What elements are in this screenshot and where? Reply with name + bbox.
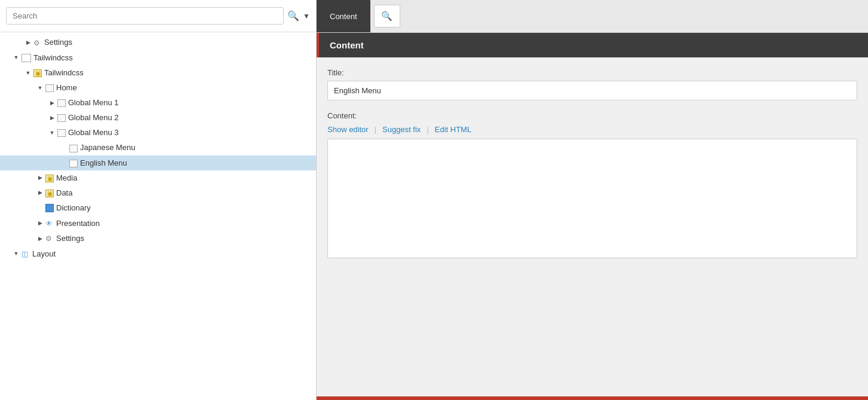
toggle-icon: ▶	[36, 220, 44, 226]
node-label-settings-top: Settings	[44, 38, 72, 47]
node-icon-home	[45, 83, 56, 92]
left-panel: 🔍 ▼ ▶⚙Settings▼Tailwindcss▼▣Tailwindcss▼…	[0, 0, 317, 400]
toggle-icon: ▶	[36, 175, 44, 181]
toggle-icon: ▼	[12, 54, 20, 60]
node-label-settings-child: Settings	[56, 234, 84, 243]
node-label-english-menu: English Menu	[80, 158, 127, 167]
tree-item-layout[interactable]: ▼◫Layout	[0, 246, 316, 261]
tree-item-settings-top[interactable]: ▶⚙Settings	[0, 35, 316, 50]
toggle-icon: ▶	[36, 236, 44, 242]
right-panel: Content 🔍 Content Title: Content: Show e…	[317, 0, 868, 400]
node-icon-tailwindcss-child: ▣	[33, 68, 44, 77]
tree-container: ▶⚙Settings▼Tailwindcss▼▣Tailwindcss▼Home…	[0, 32, 316, 400]
tree-item-tailwindcss-root[interactable]: ▼Tailwindcss	[0, 50, 316, 66]
content-section-label: Content:	[327, 111, 857, 120]
chevron-down-icon: ▼	[303, 12, 310, 20]
node-label-global-menu-1: Global Menu 1	[68, 98, 119, 107]
node-label-tailwindcss-root: Tailwindcss	[33, 53, 73, 62]
search-icon: 🔍	[287, 11, 299, 21]
tree-item-settings-child[interactable]: ▶⚙Settings	[0, 231, 316, 246]
node-label-dictionary: Dictionary	[56, 203, 91, 212]
toggle-icon: ▼	[24, 70, 32, 76]
content-body: Title: Content: Show editor | Suggest fi…	[317, 57, 868, 269]
title-label: Title:	[327, 68, 857, 77]
node-label-layout: Layout	[32, 249, 56, 258]
node-label-media: Media	[56, 173, 77, 182]
node-icon-global-menu-3	[57, 128, 68, 137]
node-icon-layout: ◫	[22, 249, 32, 258]
node-icon-tailwindcss-root	[22, 53, 33, 63]
tree-item-dictionary[interactable]: Dictionary	[0, 200, 316, 216]
content-panel: Content Title: Content: Show editor | Su…	[317, 33, 868, 396]
toggle-icon: ▶	[48, 100, 56, 106]
node-icon-english-menu	[69, 158, 80, 167]
edit-html-link[interactable]: Edit HTML	[429, 125, 477, 134]
tree-item-global-menu-1[interactable]: ▶Global Menu 1	[0, 95, 316, 110]
node-label-tailwindcss-child: Tailwindcss	[44, 68, 84, 77]
toggle-icon: ▼	[12, 251, 20, 257]
node-icon-settings-top: ⚙	[33, 38, 44, 47]
node-label-japanese-menu: Japanese Menu	[80, 143, 136, 152]
content-panel-header: Content	[317, 33, 868, 57]
tree-item-media[interactable]: ▶▣Media	[0, 170, 316, 185]
search-tab-icon: 🔍	[381, 11, 392, 22]
dropdown-arrow-button[interactable]: ▼	[303, 12, 310, 20]
bottom-red-bar	[317, 396, 868, 400]
content-editor-area[interactable]	[327, 139, 857, 258]
tabs-bar: Content 🔍	[317, 0, 868, 33]
node-label-data: Data	[56, 188, 72, 197]
tree-item-home[interactable]: ▼Home	[0, 80, 316, 95]
tree-item-english-menu[interactable]: English Menu	[0, 155, 316, 170]
title-input[interactable]	[327, 81, 857, 100]
tree-item-global-menu-2[interactable]: ▶Global Menu 2	[0, 110, 316, 125]
node-icon-global-menu-1	[57, 98, 68, 107]
node-label-global-menu-2: Global Menu 2	[68, 113, 119, 122]
tree-item-presentation[interactable]: ▶👁Presentation	[0, 215, 316, 231]
search-button[interactable]: 🔍	[287, 10, 299, 22]
search-input[interactable]	[6, 7, 284, 25]
node-label-home: Home	[56, 83, 77, 92]
node-icon-dictionary	[45, 203, 56, 213]
node-label-presentation: Presentation	[56, 219, 100, 228]
toggle-icon: ▶	[48, 115, 56, 121]
toggle-icon: ▶	[24, 39, 32, 45]
node-icon-global-menu-2	[57, 113, 68, 122]
suggest-fix-link[interactable]: Suggest fix	[376, 125, 427, 134]
toggle-icon: ▼	[48, 130, 56, 136]
tree-item-japanese-menu[interactable]: Japanese Menu	[0, 140, 316, 155]
node-icon-data: ▣	[45, 188, 56, 197]
content-actions: Show editor | Suggest fix | Edit HTML	[327, 125, 857, 134]
node-label-global-menu-3: Global Menu 3	[68, 128, 119, 137]
node-icon-japanese-menu	[69, 143, 80, 152]
tree-item-data[interactable]: ▶▣Data	[0, 185, 316, 200]
tab-content[interactable]: Content	[317, 0, 370, 32]
node-icon-presentation: 👁	[45, 218, 56, 228]
tree-item-global-menu-3[interactable]: ▼Global Menu 3	[0, 125, 316, 140]
tree-item-tailwindcss-child[interactable]: ▼▣Tailwindcss	[0, 65, 316, 80]
node-icon-settings-child: ⚙	[45, 234, 56, 243]
tab-search[interactable]: 🔍	[374, 5, 400, 28]
toggle-icon: ▶	[36, 190, 44, 196]
node-icon-media: ▣	[45, 173, 56, 182]
show-editor-link[interactable]: Show editor	[327, 125, 375, 134]
toggle-icon: ▼	[36, 85, 44, 91]
search-bar: 🔍 ▼	[0, 0, 316, 32]
